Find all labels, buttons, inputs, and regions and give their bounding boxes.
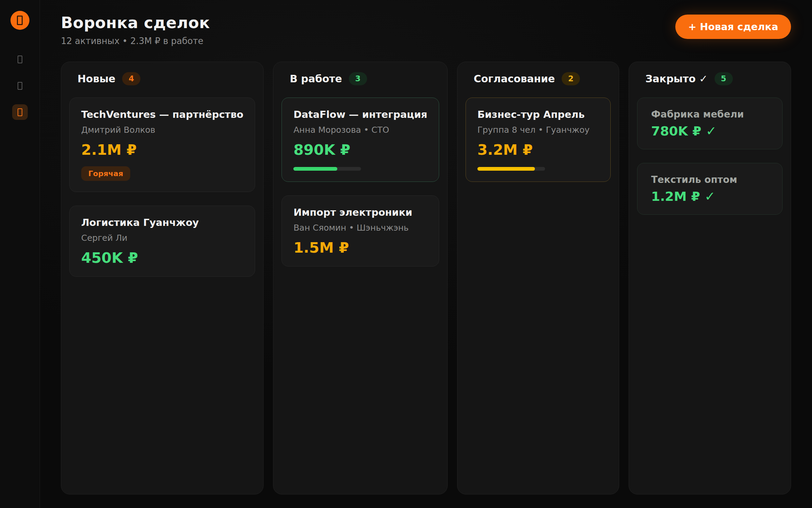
progress-bar	[293, 167, 361, 171]
page-header: Воронка сделок 12 активных • 2.3M ₽ в ра…	[61, 14, 791, 46]
deal-contact: Группа 8 чел • Гуанчжоу	[477, 125, 599, 135]
card-list: Фабрика мебели 780K ₽ ✓ Текстиль оптом 1…	[637, 98, 783, 215]
deal-title: Логистика Гуанчжоу	[81, 217, 243, 228]
deal-value: 3.2M ₽	[477, 142, 599, 157]
sidebar-nav-item-3-active[interactable]	[12, 104, 28, 120]
logo-icon	[17, 16, 23, 25]
nav-placeholder-icon-active	[18, 108, 22, 116]
deal-card[interactable]: Текстиль оптом 1.2M ₽ ✓	[637, 163, 783, 215]
deal-value: 2.1M ₽	[81, 142, 243, 157]
page-title: Воронка сделок	[61, 14, 210, 32]
deal-title: TechVentures — партнёрство	[81, 109, 243, 120]
column-header: В работе 3	[281, 72, 439, 85]
deal-value: 890K ₽	[293, 142, 427, 157]
column-closed: Закрыто ✓ 5 Фабрика мебели 780K ₽ ✓ Текс…	[629, 62, 791, 494]
column-in-progress: В работе 3 DataFlow — интеграция Анна Мо…	[273, 62, 447, 494]
deal-value: 450K ₽	[81, 250, 243, 266]
deal-title: Фабрика мебели	[651, 109, 769, 120]
app-logo[interactable]	[10, 11, 29, 30]
page-subtitle: 12 активных • 2.3M ₽ в работе	[61, 36, 210, 46]
deal-contact: Дмитрий Волков	[81, 125, 243, 135]
nav-placeholder-icon	[18, 82, 22, 90]
column-title: В работе	[290, 73, 342, 85]
column-approval: Согласование 2 Бизнес-тур Апрель Группа …	[457, 62, 619, 494]
progress-fill	[477, 167, 535, 171]
hot-tag: Горячая	[81, 166, 130, 181]
sidebar	[0, 0, 40, 508]
sidebar-nav-item-2[interactable]	[12, 78, 28, 93]
deal-contact: Ван Сяомин • Шэньчжэнь	[293, 223, 427, 233]
sidebar-nav-item-1[interactable]	[12, 51, 28, 67]
column-count-badge: 3	[349, 72, 367, 85]
deal-title: Текстиль оптом	[651, 174, 769, 185]
nav-placeholder-icon	[18, 56, 22, 63]
deal-card[interactable]: DataFlow — интеграция Анна Морозова • CT…	[281, 98, 439, 182]
deal-value: 1.2M ₽ ✓	[651, 190, 769, 204]
deal-title: DataFlow — интеграция	[293, 109, 427, 120]
card-list: DataFlow — интеграция Анна Морозова • CT…	[281, 98, 439, 267]
deal-card[interactable]: Импорт электроники Ван Сяомин • Шэньчжэн…	[281, 195, 439, 267]
main-content: Воронка сделок 12 активных • 2.3M ₽ в ра…	[40, 0, 812, 508]
kanban-board: Новые 4 TechVentures — партнёрство Дмитр…	[61, 62, 791, 494]
deal-card[interactable]: TechVentures — партнёрство Дмитрий Волко…	[69, 98, 255, 192]
column-header: Новые 4	[69, 72, 255, 85]
card-list: TechVentures — партнёрство Дмитрий Волко…	[69, 98, 255, 277]
deal-card[interactable]: Бизнес-тур Апрель Группа 8 чел • Гуанчжо…	[466, 98, 611, 182]
column-title: Новые	[77, 73, 115, 85]
deal-value: 780K ₽ ✓	[651, 125, 769, 138]
progress-fill	[293, 167, 337, 171]
deal-value: 1.5M ₽	[293, 240, 427, 255]
deal-title: Бизнес-тур Апрель	[477, 109, 599, 120]
column-count-badge: 4	[122, 72, 140, 85]
column-count-badge: 5	[715, 72, 733, 85]
column-header: Закрыто ✓ 5	[637, 72, 783, 85]
column-title: Закрыто ✓	[645, 73, 707, 85]
deal-card[interactable]: Фабрика мебели 780K ₽ ✓	[637, 98, 783, 149]
column-new: Новые 4 TechVentures — партнёрство Дмитр…	[61, 62, 264, 494]
deal-contact: Сергей Ли	[81, 233, 243, 243]
column-title: Согласование	[474, 73, 555, 85]
deal-title: Импорт электроники	[293, 207, 427, 218]
page-header-text: Воронка сделок 12 активных • 2.3M ₽ в ра…	[61, 14, 210, 46]
new-deal-button[interactable]: + Новая сделка	[675, 15, 791, 39]
column-header: Согласование 2	[466, 72, 611, 85]
deal-contact: Анна Морозова • CTO	[293, 125, 427, 135]
progress-bar	[477, 167, 545, 171]
column-count-badge: 2	[562, 72, 580, 85]
deal-card[interactable]: Логистика Гуанчжоу Сергей Ли 450K ₽	[69, 206, 255, 277]
card-list: Бизнес-тур Апрель Группа 8 чел • Гуанчжо…	[466, 98, 611, 182]
